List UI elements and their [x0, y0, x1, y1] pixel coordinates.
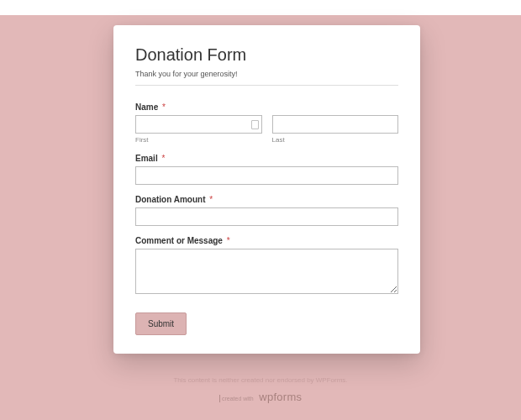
brand-prefix: created with [222, 396, 254, 402]
first-sublabel: First [135, 136, 262, 144]
first-name-col: First [135, 115, 262, 144]
last-sublabel: Last [272, 136, 399, 144]
name-row: First Last [135, 115, 398, 144]
footer: This content is neither created nor endo… [0, 376, 521, 403]
divider [135, 85, 398, 86]
field-amount: Donation Amount * [135, 195, 398, 226]
first-name-wrapper [135, 115, 262, 134]
required-asterisk: * [162, 102, 166, 112]
pipe-icon: | [219, 394, 221, 402]
top-strip [0, 0, 521, 15]
comment-textarea[interactable] [135, 249, 398, 294]
amount-label-text: Donation Amount [135, 195, 206, 204]
form-card: Donation Form Thank you for your generos… [113, 25, 420, 354]
last-name-input[interactable] [272, 115, 399, 134]
required-asterisk: * [209, 195, 213, 204]
form-title: Donation Form [135, 45, 398, 65]
field-name: Name * First Last [135, 102, 398, 144]
form-subtitle: Thank you for your generosity! [135, 70, 398, 78]
contact-card-icon [251, 120, 258, 129]
field-comment: Comment or Message * [135, 236, 398, 297]
amount-input[interactable] [135, 207, 398, 226]
name-label: Name * [135, 102, 398, 112]
brand-name: wpforms [259, 391, 302, 403]
amount-label: Donation Amount * [135, 195, 398, 204]
submit-button[interactable]: Submit [135, 312, 187, 335]
field-email: Email * [135, 154, 398, 185]
email-label-text: Email [135, 154, 158, 163]
comment-label: Comment or Message * [135, 236, 398, 245]
first-name-input[interactable] [135, 115, 262, 134]
name-label-text: Name [135, 102, 158, 112]
branding: |created with wpforms [0, 391, 521, 403]
required-asterisk: * [227, 236, 230, 245]
comment-label-text: Comment or Message [135, 236, 223, 245]
required-asterisk: * [161, 154, 165, 163]
email-label: Email * [135, 154, 398, 163]
disclaimer-text: This content is neither created nor endo… [0, 376, 521, 384]
last-name-col: Last [272, 115, 399, 144]
email-input[interactable] [135, 166, 398, 185]
